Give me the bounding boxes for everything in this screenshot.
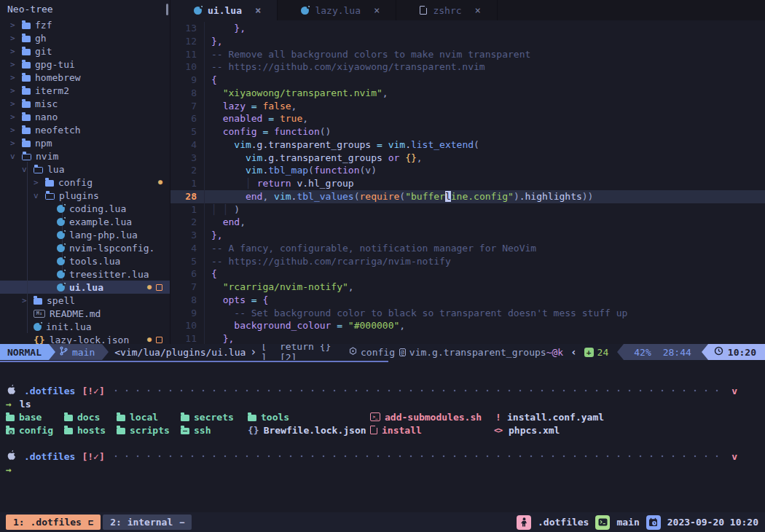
breadcrumb-chevron-icon: › — [246, 344, 261, 360]
code-text[interactable]: vim.g.transparent_groups or {}, — [204, 152, 423, 165]
tree-item-iterm2[interactable]: >iterm2 — [0, 84, 170, 97]
chevron-left-icon: ‹ — [570, 344, 584, 360]
close-icon[interactable]: × — [475, 4, 481, 16]
code-text[interactable]: vim.g.transparent_groups = vim.list_exte… — [204, 138, 479, 152]
code-text[interactable]: -- A fancy, configurable, notification m… — [204, 242, 536, 255]
code-text[interactable]: vim.tbl_map(function(v) — [204, 164, 377, 177]
tree-item-npm[interactable]: >npm — [0, 136, 170, 149]
expander-icon[interactable]: > — [10, 99, 22, 109]
expander-icon[interactable]: > — [10, 60, 22, 69]
code-text[interactable]: enabled = true, — [204, 112, 308, 125]
expander-icon[interactable]: > — [10, 47, 22, 56]
tree-item-lazy-lock-json[interactable]: {}lazy-lock.json● — [0, 333, 170, 344]
lua-file-icon — [194, 7, 202, 15]
tree-item-plugins[interactable]: vplugins — [0, 189, 170, 202]
tree-item-spell[interactable]: >spell — [0, 294, 170, 307]
tree-item-init-lua[interactable]: init.lua — [0, 320, 170, 333]
code-text[interactable]: │ │ ) — [204, 203, 240, 216]
tree-item-nvim[interactable]: vnvim — [0, 149, 170, 163]
close-icon[interactable]: × — [374, 4, 380, 16]
file-icon — [420, 6, 427, 15]
tree-item-lang-php-lua[interactable]: lang-php.lua — [0, 228, 170, 241]
code-text[interactable]: opts = { — [204, 294, 268, 307]
tree-item-label: nvim-lspconfig. — [69, 243, 154, 254]
tree-item-config[interactable]: >config● — [0, 176, 170, 189]
tab-lazy-lua[interactable]: lazy.lua× — [278, 0, 396, 20]
code-text[interactable]: }, — [204, 332, 234, 344]
expander-icon[interactable]: v — [10, 152, 22, 161]
tree-item-neofetch[interactable]: >neofetch — [0, 123, 170, 136]
code-text[interactable]: config = function() — [204, 125, 331, 138]
tree-item-git[interactable]: >git — [0, 44, 170, 58]
code-text[interactable]: lazy = false, — [204, 100, 297, 113]
tree-item-nano[interactable]: >nano — [0, 110, 170, 123]
ls-item-local: local — [117, 412, 181, 423]
tree-item-label: ui.lua — [69, 282, 103, 293]
expander-icon[interactable]: > — [10, 138, 22, 148]
tree-item-homebrew[interactable]: >homebrew — [0, 71, 170, 84]
code-text[interactable]: }, — [204, 229, 223, 242]
tmux-window-2-internal[interactable]: 2: internal− — [103, 515, 192, 530]
code-line: 6{ — [170, 267, 765, 281]
ls-item-label: Brewfile.lock.json — [264, 425, 366, 436]
code-text[interactable]: end, — [204, 216, 246, 229]
code-text[interactable]: -- Set background color to black so tran… — [204, 307, 627, 320]
tree-item-misc[interactable]: >misc — [0, 97, 170, 110]
expander-icon[interactable]: > — [10, 125, 22, 135]
expander-icon[interactable]: > — [10, 20, 22, 30]
code-text[interactable]: -- https://github.com/rcarriga/nvim-noti… — [204, 255, 451, 268]
tree-item-lua[interactable]: vlua — [0, 163, 170, 176]
folder-icon — [117, 428, 125, 434]
folder-icon — [45, 180, 54, 187]
code-text[interactable]: }, — [204, 22, 246, 35]
code-line: 10 background_colour = "#000000", — [170, 319, 765, 332]
expander-icon[interactable]: v — [34, 191, 45, 200]
expander-icon[interactable]: > — [10, 34, 22, 43]
code-text[interactable]: -- https://github.com/xiyaowong/transpar… — [204, 60, 485, 74]
shell-command-line[interactable]: →ls — [0, 397, 765, 410]
scrollbar[interactable] — [166, 4, 168, 15]
code-text[interactable]: "xiyaowong/transparent.nvim", — [204, 87, 388, 100]
code-text[interactable]: background_colour = "#000000", — [204, 319, 405, 332]
code-text[interactable]: { — [204, 74, 217, 87]
tree-item-gh[interactable]: >gh — [0, 31, 170, 44]
ls-item-label: config — [19, 425, 53, 436]
tree-item-coding-lua[interactable]: coding.lua — [0, 202, 170, 215]
tree-item-ui-lua[interactable]: ui.lua● — [0, 281, 170, 294]
close-icon[interactable]: × — [255, 4, 261, 16]
tmux-status-bar: 1: .dotfiles⊏2: internal− .dotfilesmain2… — [0, 512, 765, 532]
tree-item-fzf[interactable]: >fzf — [0, 18, 170, 31]
code-text[interactable]: │ return v.hl_group — [204, 177, 354, 190]
expander-icon[interactable]: > — [34, 178, 45, 187]
code-text[interactable]: }, — [204, 35, 223, 48]
expander-icon[interactable]: > — [22, 296, 34, 305]
expander-icon[interactable]: v — [22, 165, 34, 174]
tree-item-treesitter-lua[interactable]: treesitter.lua — [0, 267, 170, 281]
code-text[interactable]: end, vim.tbl_values(require("bufferline.… — [204, 190, 593, 203]
line-number: 28 — [170, 190, 197, 203]
tab-zshrc[interactable]: zshrc× — [396, 0, 498, 20]
expander-icon[interactable]: > — [10, 73, 22, 82]
tree-item-example-lua[interactable]: example.lua — [0, 215, 170, 228]
expander-icon[interactable]: > — [10, 86, 22, 95]
git-status-badges: ● — [147, 336, 170, 343]
lua-file-icon — [34, 323, 42, 331]
tree-item-label: neofetch — [35, 125, 81, 136]
tmux-window-1-dotfiles[interactable]: 1: .dotfiles⊏ — [6, 515, 101, 530]
code-line: 13 }, — [170, 22, 765, 35]
tree-item-readme-md[interactable]: M↓README.md — [0, 307, 170, 320]
expander-icon[interactable]: > — [10, 112, 22, 122]
editor[interactable]: 13 },12},11-- Remove all background colo… — [170, 20, 765, 344]
code-line: 2 end, — [170, 216, 765, 229]
tree-item-gpg-tui[interactable]: >gpg-tui — [0, 58, 170, 71]
code-text[interactable]: { — [204, 267, 217, 281]
ls-item-label: phpcs.xml — [509, 425, 560, 436]
tab-ui-lua[interactable]: ui.lua× — [170, 0, 278, 20]
tree-item-nvim-lspconfig[interactable]: nvim-lspconfig. — [0, 241, 170, 254]
shell-command-line[interactable]: → — [0, 463, 765, 476]
code-line: 3}, — [170, 229, 765, 242]
code-text[interactable]: -- Remove all background colors to make … — [204, 48, 530, 61]
code-text[interactable]: "rcarriga/nvim-notify", — [204, 281, 354, 294]
line-number: 3 — [170, 152, 197, 165]
tree-item-tools-lua[interactable]: tools.lua — [0, 254, 170, 267]
